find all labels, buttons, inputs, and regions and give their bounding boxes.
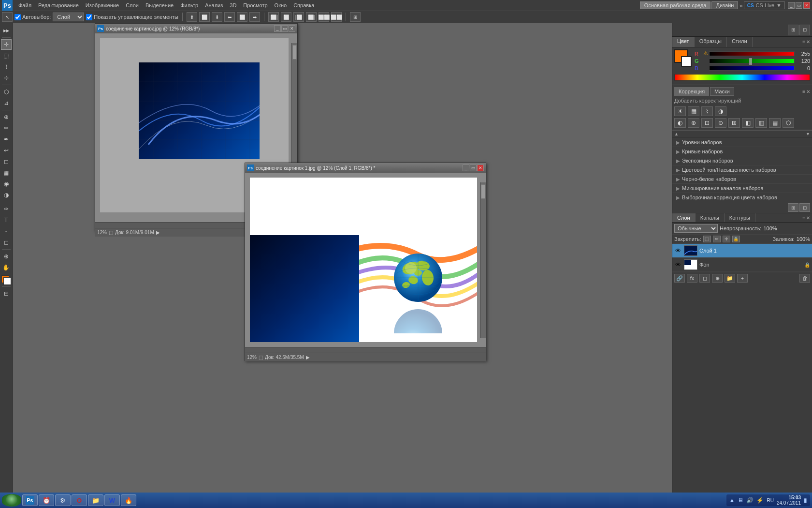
doc1-zoom-icon[interactable]: ⬚ bbox=[109, 230, 113, 235]
tool-marquee[interactable]: ⬚ bbox=[1, 50, 12, 61]
layer-item-1[interactable]: 👁 Слой 1 bbox=[672, 244, 812, 258]
taskbar-word[interactable]: W bbox=[104, 494, 120, 506]
workspace-design-btn[interactable]: Дизайн bbox=[711, 1, 738, 9]
lock-brush-btn[interactable]: ✏ bbox=[713, 236, 721, 242]
distribute-1[interactable]: |⬜| bbox=[268, 12, 279, 22]
tab-layers[interactable]: Слои bbox=[672, 213, 696, 222]
tab-paths[interactable]: Контуры bbox=[725, 213, 755, 222]
start-button[interactable] bbox=[2, 494, 21, 507]
taskbar-steam[interactable]: ⚙ bbox=[55, 494, 71, 506]
distribute-2[interactable]: ⬜ bbox=[281, 12, 291, 22]
corr-levels-icon[interactable]: ▦ bbox=[688, 106, 699, 116]
workspace-main-btn[interactable]: Основная рабочая среда bbox=[640, 1, 711, 9]
window-minimize[interactable]: _ bbox=[788, 2, 795, 9]
corr-selective-icon[interactable]: ⬡ bbox=[783, 118, 794, 128]
correction-panel-close[interactable]: ✕ bbox=[806, 89, 810, 94]
align-vmid-btn[interactable]: ⬜ bbox=[199, 12, 210, 22]
tab-masks[interactable]: Маски bbox=[710, 87, 734, 96]
taskbar-photoshop[interactable]: Ps bbox=[22, 494, 38, 506]
layers-panel-close[interactable]: ✕ bbox=[806, 215, 810, 221]
correction-panel-menu[interactable]: ≡ bbox=[802, 89, 805, 94]
doc1-maximize[interactable]: ▭ bbox=[281, 25, 288, 32]
tool-brush[interactable]: ✏ bbox=[1, 123, 12, 134]
doc1-titlebar[interactable]: Ps соединение картинок.jpg @ 12% (RGB/8*… bbox=[95, 24, 297, 33]
background-color[interactable] bbox=[3, 277, 11, 285]
panel-icon-2[interactable]: ⊡ bbox=[799, 25, 810, 35]
tool-shape[interactable]: ◻ bbox=[1, 237, 12, 248]
workspace-more-btn[interactable]: » bbox=[739, 2, 742, 9]
tool-pen[interactable]: ✑ bbox=[1, 204, 12, 214]
align-bottom-btn[interactable]: ⬇ bbox=[212, 12, 222, 22]
autoselect-checkbox[interactable] bbox=[14, 14, 21, 20]
layer-mask-btn[interactable]: ◻ bbox=[699, 274, 710, 283]
tab-channels[interactable]: Каналы bbox=[696, 213, 725, 222]
tab-correction[interactable]: Коррекция bbox=[674, 87, 709, 96]
corr-curves-icon[interactable]: ⌇ bbox=[701, 106, 713, 116]
tab-color[interactable]: Цвет bbox=[672, 37, 695, 47]
background-color-swatch[interactable] bbox=[681, 56, 692, 67]
corr-photofilter-icon[interactable]: ⊙ bbox=[715, 118, 726, 128]
align-hmid-btn[interactable]: ⬜ bbox=[237, 12, 247, 22]
layer-delete-btn[interactable]: 🗑 bbox=[799, 274, 810, 283]
corr-threshold-icon[interactable]: ▥ bbox=[755, 118, 767, 128]
corr-hue-icon[interactable]: ◐ bbox=[674, 118, 686, 128]
preset-levels[interactable]: ▶ Уровни наборов bbox=[672, 138, 812, 147]
corr-bw-icon[interactable]: ⊡ bbox=[701, 118, 713, 128]
preset-hue[interactable]: ▶ Цветовой тон/Насыщенность наборов bbox=[672, 165, 812, 175]
tool-heal[interactable]: ⊕ bbox=[1, 112, 12, 122]
align-left-btn[interactable]: ⬅ bbox=[224, 12, 235, 22]
menu-help[interactable]: Справка bbox=[290, 1, 317, 9]
doc1-arrow[interactable]: ▶ bbox=[156, 230, 160, 235]
tool-dodge[interactable]: ◑ bbox=[1, 190, 12, 200]
tool-quick-mask[interactable]: ⊟ bbox=[1, 288, 12, 299]
distribute-4[interactable]: ⬜| bbox=[306, 12, 317, 22]
corr-mix-icon[interactable]: ⊞ bbox=[728, 118, 740, 128]
preset-btn-2[interactable]: ⊡ bbox=[799, 203, 810, 212]
corr-sun-icon[interactable]: ☀ bbox=[674, 106, 686, 116]
lock-move-btn[interactable]: ✛ bbox=[723, 236, 730, 242]
distribute-6[interactable]: ⬜⬜ bbox=[331, 12, 342, 22]
preset-bw[interactable]: ▶ Черно-белое наборов bbox=[672, 175, 812, 184]
corr-exposure-icon[interactable]: ◑ bbox=[715, 106, 726, 116]
tool-lasso[interactable]: ⌇ bbox=[1, 61, 12, 72]
layer-adj-btn[interactable]: ⊕ bbox=[712, 274, 723, 283]
menu-image[interactable]: Изображение bbox=[83, 1, 122, 9]
layerbg-visibility[interactable]: 👁 bbox=[674, 261, 682, 269]
taskbar-clock[interactable]: ⏰ bbox=[39, 494, 54, 506]
tray-power[interactable]: ⚡ bbox=[756, 497, 764, 504]
preset-exposure[interactable]: ▶ Экспозиция наборов bbox=[672, 156, 812, 165]
corr-gradient-map-icon[interactable]: ▤ bbox=[769, 118, 781, 128]
menu-view[interactable]: Просмотр bbox=[240, 1, 270, 9]
corr-colorbalance-icon[interactable]: ⊕ bbox=[688, 118, 699, 128]
doc1-vscroll-thumb[interactable] bbox=[292, 45, 297, 60]
menu-select[interactable]: Выделение bbox=[143, 1, 176, 9]
r-slider[interactable] bbox=[709, 51, 795, 56]
tool-history-brush[interactable]: ↩ bbox=[1, 145, 12, 156]
color-spectrum[interactable] bbox=[674, 74, 810, 81]
tool-eraser[interactable]: ◻ bbox=[1, 156, 12, 167]
doc2-close[interactable]: ✕ bbox=[477, 164, 484, 171]
preset-selective[interactable]: ▶ Выборочная коррекция цвета наборов bbox=[672, 193, 812, 202]
preset-curves[interactable]: ▶ Кривые наборов bbox=[672, 147, 812, 156]
color-swatch[interactable] bbox=[1, 275, 11, 285]
preset-scroll-down[interactable]: ▼ bbox=[806, 132, 810, 136]
layer-item-bg[interactable]: 👁 Фон 🔒 bbox=[672, 258, 812, 272]
align-top-btn[interactable]: ⬆ bbox=[187, 12, 197, 22]
menu-file[interactable]: Файл bbox=[15, 1, 34, 9]
window-restore[interactable]: ▭ bbox=[796, 2, 802, 9]
tool-hand[interactable]: ✋ bbox=[1, 262, 12, 273]
tool-zoom[interactable]: ⊕ bbox=[1, 251, 12, 262]
lock-all-btn[interactable]: 🔒 bbox=[732, 236, 740, 242]
doc2-titlebar[interactable]: Ps соединение картинок 1.jpg @ 12% (Слой… bbox=[245, 163, 486, 173]
panel-icon-1[interactable]: ⊞ bbox=[788, 25, 798, 35]
layers-panel-menu[interactable]: ≡ bbox=[802, 215, 805, 221]
taskbar-opera[interactable]: O bbox=[72, 494, 87, 506]
tray-network[interactable]: 🖥 bbox=[738, 497, 743, 504]
menu-layers[interactable]: Слои bbox=[123, 1, 142, 9]
tool-blur[interactable]: ◉ bbox=[1, 179, 12, 189]
doc2-hscroll[interactable] bbox=[245, 347, 486, 353]
doc2-zoom-icon[interactable]: ⬚ bbox=[259, 355, 263, 360]
tool-path-select[interactable]: ◦ bbox=[1, 226, 12, 237]
tab-styles[interactable]: Стили bbox=[727, 37, 753, 47]
menu-window[interactable]: Окно bbox=[272, 1, 290, 9]
